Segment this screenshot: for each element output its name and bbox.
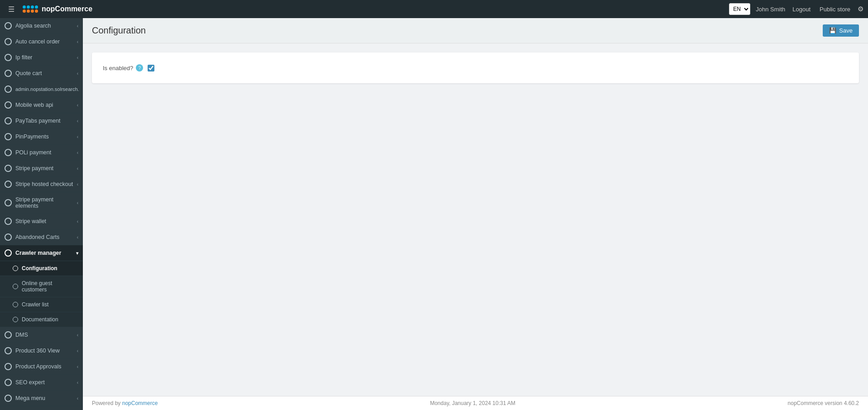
sidebar-item-label: Stripe payment elements xyxy=(15,196,73,209)
chevron-icon: ‹ xyxy=(77,166,78,171)
is-enabled-text: Is enabled? xyxy=(103,65,133,72)
footer-version: nopCommerce version 4.60.2 xyxy=(788,400,859,406)
sidebar-item-mobile-web-api[interactable]: Mobile web api ‹ xyxy=(0,97,83,113)
sidebar-subitem-documentation[interactable]: Documentation xyxy=(0,312,83,327)
sidebar: Algolia search ‹ Auto cancel order ‹ Ip … xyxy=(0,18,83,410)
sidebar-item-label: Stripe hosted checkout xyxy=(15,181,73,187)
sidebar-icon xyxy=(5,199,12,206)
sidebar-item-label: Algolia search xyxy=(15,23,51,29)
page-header: Configuration 💾 Save xyxy=(83,18,868,43)
sidebar-icon xyxy=(5,101,12,109)
save-label: Save xyxy=(839,27,853,34)
language-select[interactable]: EN DE FR xyxy=(729,3,750,15)
chevron-icon: ‹ xyxy=(77,119,78,124)
settings-icon[interactable]: ⚙ xyxy=(858,5,863,13)
sidebar-item-poli-payment[interactable]: POLi payment ‹ xyxy=(0,145,83,161)
content-area: Configuration 💾 Save Is enabled? ? Pow xyxy=(83,18,868,410)
footer-powered-by: Powered by nopCommerce xyxy=(92,400,158,406)
sidebar-item-stripe-payment-elements[interactable]: Stripe payment elements ‹ xyxy=(0,192,83,214)
sidebar-item-seo-expert[interactable]: SEO expert ‹ xyxy=(0,375,83,391)
chevron-icon: ‹ xyxy=(77,364,78,369)
sidebar-item-label: Crawler manager xyxy=(15,250,61,256)
page-footer: Powered by nopCommerce Monday, January 1… xyxy=(83,396,868,410)
logo[interactable]: nopCommerce xyxy=(23,5,92,13)
logo-dot xyxy=(35,10,38,13)
sidebar-item-crawler-manager[interactable]: Crawler manager ▾ xyxy=(0,245,83,261)
page-title: Configuration xyxy=(92,25,146,36)
sidebar-item-product-approvals[interactable]: Product Approvals ‹ xyxy=(0,359,83,375)
sidebar-item-label: PayTabs payment xyxy=(15,118,60,124)
crawler-manager-submenu: Configuration Online guest customers Cra… xyxy=(0,261,83,327)
chevron-icon: ‹ xyxy=(77,348,78,353)
logout-button[interactable]: Logout xyxy=(791,5,812,14)
sidebar-item-mega-menu[interactable]: Mega menu ‹ xyxy=(0,391,83,406)
save-button[interactable]: 💾 Save xyxy=(823,24,859,37)
sidebar-item-label: Quote cart xyxy=(15,70,42,76)
sidebar-item-label: Stripe wallet xyxy=(15,218,46,224)
chevron-icon: ‹ xyxy=(77,24,78,29)
public-store-button[interactable]: Public store xyxy=(818,5,852,14)
sidebar-item-core-settings[interactable]: Core settings ‹ xyxy=(0,406,83,410)
sidebar-icon xyxy=(5,331,12,338)
sidebar-item-abandoned-carts[interactable]: Abandoned Carts ‹ xyxy=(0,229,83,245)
sidebar-icon xyxy=(5,133,12,140)
sidebar-item-label: Stripe payment xyxy=(15,165,53,172)
chevron-icon: ‹ xyxy=(77,396,78,401)
sidebar-icon xyxy=(5,165,12,172)
sidebar-icon xyxy=(5,363,12,370)
topbar: ☰ nopCommerce EN DE FR John Smith Logout… xyxy=(0,0,868,18)
chevron-icon: ‹ xyxy=(77,134,78,139)
sidebar-subitem-configuration[interactable]: Configuration xyxy=(0,261,83,276)
sidebar-item-auto-cancel-order[interactable]: Auto cancel order ‹ xyxy=(0,34,83,50)
chevron-icon: ‹ xyxy=(77,182,78,187)
sidebar-icon xyxy=(13,266,18,271)
sidebar-item-label: PinPayments xyxy=(15,133,49,140)
sidebar-subitem-label: Configuration xyxy=(22,265,58,272)
logo-dot xyxy=(27,5,30,9)
logo-text: nopCommerce xyxy=(42,5,92,13)
sidebar-icon xyxy=(13,284,18,289)
sidebar-item-algolia-search[interactable]: Algolia search ‹ xyxy=(0,18,83,34)
sidebar-icon xyxy=(5,234,12,241)
sidebar-item-label: SEO expert xyxy=(15,379,45,386)
chevron-icon: ‹ xyxy=(77,55,78,60)
sidebar-subitem-crawler-list[interactable]: Crawler list xyxy=(0,297,83,312)
sidebar-icon xyxy=(5,22,12,29)
nopcommerce-link[interactable]: nopCommerce xyxy=(122,400,158,406)
sidebar-icon xyxy=(5,54,12,61)
sidebar-item-stripe-payment[interactable]: Stripe payment ‹ xyxy=(0,161,83,176)
sidebar-item-label: admin.nopstation.solrsearch. xyxy=(15,86,79,92)
save-icon: 💾 xyxy=(829,27,836,34)
is-enabled-label: Is enabled? ? xyxy=(103,64,143,72)
main-layout: Algolia search ‹ Auto cancel order ‹ Ip … xyxy=(0,18,868,410)
sidebar-item-product-360-view[interactable]: Product 360 View ‹ xyxy=(0,343,83,359)
logo-dot xyxy=(23,5,26,9)
sidebar-item-pinpayments[interactable]: PinPayments ‹ xyxy=(0,129,83,145)
chevron-icon: ‹ xyxy=(77,150,78,155)
sidebar-item-label: Auto cancel order xyxy=(15,38,60,45)
sidebar-item-stripe-wallet[interactable]: Stripe wallet ‹ xyxy=(0,214,83,229)
sidebar-item-dms[interactable]: DMS ‹ xyxy=(0,327,83,343)
sidebar-icon xyxy=(5,379,12,386)
sidebar-icon xyxy=(5,117,12,124)
logo-dot xyxy=(31,5,34,9)
sidebar-item-stripe-hosted-checkout[interactable]: Stripe hosted checkout ‹ xyxy=(0,176,83,192)
sidebar-icon xyxy=(5,149,12,156)
sidebar-icon xyxy=(5,86,12,93)
logo-dot xyxy=(27,10,30,13)
is-enabled-checkbox[interactable] xyxy=(148,65,154,72)
sidebar-item-label: Product 360 View xyxy=(15,348,60,354)
logo-dots xyxy=(23,5,38,13)
sidebar-icon xyxy=(5,347,12,354)
sidebar-item-label: DMS xyxy=(15,332,28,338)
chevron-icon: ‹ xyxy=(77,333,78,338)
chevron-icon: ‹ xyxy=(77,103,78,108)
sidebar-item-admin-nopstation[interactable]: admin.nopstation.solrsearch. xyxy=(0,81,83,97)
sidebar-item-paytabs-payment[interactable]: PayTabs payment ‹ xyxy=(0,113,83,129)
sidebar-item-quote-cart[interactable]: Quote cart ‹ xyxy=(0,66,83,81)
hamburger-button[interactable]: ☰ xyxy=(5,3,18,15)
sidebar-item-ip-filter[interactable]: Ip filter ‹ xyxy=(0,50,83,66)
help-icon[interactable]: ? xyxy=(136,64,143,72)
chevron-icon: ‹ xyxy=(77,71,78,76)
sidebar-subitem-online-guest-customers[interactable]: Online guest customers xyxy=(0,276,83,297)
